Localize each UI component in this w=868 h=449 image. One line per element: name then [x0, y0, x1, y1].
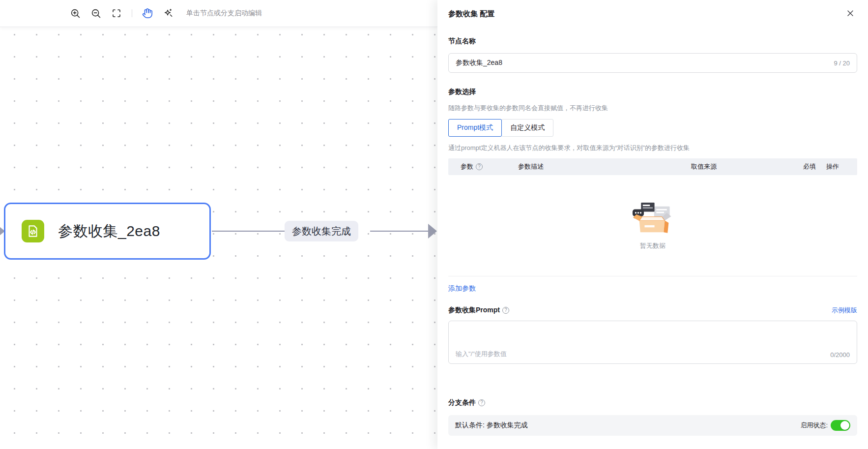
node-param-collect[interactable]: 参数收集_2ea8 [4, 203, 211, 260]
panel-title: 参数收集 配置 [448, 9, 494, 19]
help-icon[interactable] [476, 163, 483, 170]
empty-state: 暂无数据 [448, 175, 857, 276]
prompt-mode-hint: 通过prompt定义机器人在该节点的收集要求，对取值来源为“对话识别”的参数进行… [448, 144, 857, 152]
close-button[interactable] [845, 9, 855, 19]
default-condition-row: 默认条件: 参数收集完成 启用状态: [448, 415, 857, 436]
table-header-param: 参数 [448, 162, 518, 171]
param-select-label: 参数选择 [448, 88, 857, 96]
table-header-source: 取值来源 [691, 162, 803, 171]
zoom-out-icon [91, 8, 101, 19]
edge-label-branch[interactable]: 参数收集完成 [285, 221, 358, 241]
param-table-header: 参数 参数描述 取值来源 必填 操作 [448, 158, 857, 175]
hand-tool-button[interactable] [141, 7, 154, 20]
help-icon[interactable] [478, 399, 485, 406]
prompt-section-header: 参数收集Prompt 示例模版 [448, 306, 857, 315]
branch-condition-label: 分支条件 [448, 398, 476, 407]
panel-header: 参数收集 配置 [437, 0, 868, 19]
magic-wand-icon [163, 8, 174, 19]
node-name-label: 节点名称 [448, 37, 857, 46]
canvas-toolbar: 单击节点或分支启动编辑 [0, 0, 437, 27]
add-param-link[interactable]: 添加参数 [448, 284, 476, 293]
edge-line [370, 231, 430, 232]
enable-state-group: 启用状态: [800, 420, 850, 431]
prompt-placeholder: 输入"/"使用参数值 [456, 350, 507, 359]
table-header-desc: 参数描述 [518, 162, 691, 171]
tab-custom-mode[interactable]: 自定义模式 [501, 119, 553, 137]
prompt-counter: 0/2000 [830, 351, 850, 359]
help-icon[interactable] [502, 307, 509, 314]
empty-state-text: 暂无数据 [640, 241, 665, 250]
panel-body: 节点名称 9 / 20 参数选择 随路参数与要收集的参数同名会直接赋值，不再进行… [437, 37, 868, 436]
node-name-input[interactable] [456, 59, 834, 67]
edge-line [212, 231, 285, 232]
config-panel: 参数收集 配置 节点名称 9 / 20 参数选择 随路参数与要收集的参数同名会直… [437, 0, 868, 449]
toolbar-divider [132, 9, 132, 17]
prompt-label-group: 参数收集Prompt [448, 306, 509, 315]
node-name-counter: 9 / 20 [834, 60, 850, 67]
flow-canvas[interactable]: 单击节点或分支启动编辑 参数收集_2ea8 参数收集完成 [0, 0, 437, 449]
close-icon [846, 9, 854, 19]
branch-condition-label-group: 分支条件 [448, 398, 857, 407]
flow-editor-app: 单击节点或分支启动编辑 参数收集_2ea8 参数收集完成 参数收集 配置 [0, 0, 868, 449]
zoom-in-icon [70, 8, 81, 19]
zoom-out-button[interactable] [89, 7, 102, 20]
outgoing-edge-arrow [428, 224, 437, 239]
zoom-in-button[interactable] [69, 7, 82, 20]
toolbar-hint-text: 单击节点或分支启动编辑 [186, 9, 262, 18]
fit-view-button[interactable] [110, 7, 123, 20]
hand-icon [142, 8, 153, 19]
enable-toggle[interactable] [831, 420, 850, 431]
code-document-icon [22, 220, 44, 242]
enable-state-label: 启用状态: [800, 421, 828, 430]
fit-view-icon [112, 8, 121, 18]
default-condition-text: 默认条件: 参数收集完成 [455, 421, 528, 430]
node-name-field[interactable]: 9 / 20 [448, 53, 857, 73]
table-header-actions: 操作 [826, 162, 857, 171]
auto-layout-button[interactable] [162, 7, 174, 20]
node-title: 参数收集_2ea8 [58, 221, 160, 241]
table-header-required: 必填 [803, 162, 826, 171]
prompt-label: 参数收集Prompt [448, 306, 500, 315]
prompt-textarea[interactable]: 输入"/"使用参数值 0/2000 [448, 321, 857, 364]
example-template-link[interactable]: 示例模版 [832, 306, 857, 315]
tab-prompt-mode[interactable]: Prompt模式 [448, 119, 502, 137]
param-select-hint: 随路参数与要收集的参数同名会直接赋值，不再进行收集 [448, 104, 857, 113]
mode-tabs: Prompt模式 自定义模式 [448, 119, 857, 137]
empty-box-illustration [631, 201, 674, 239]
